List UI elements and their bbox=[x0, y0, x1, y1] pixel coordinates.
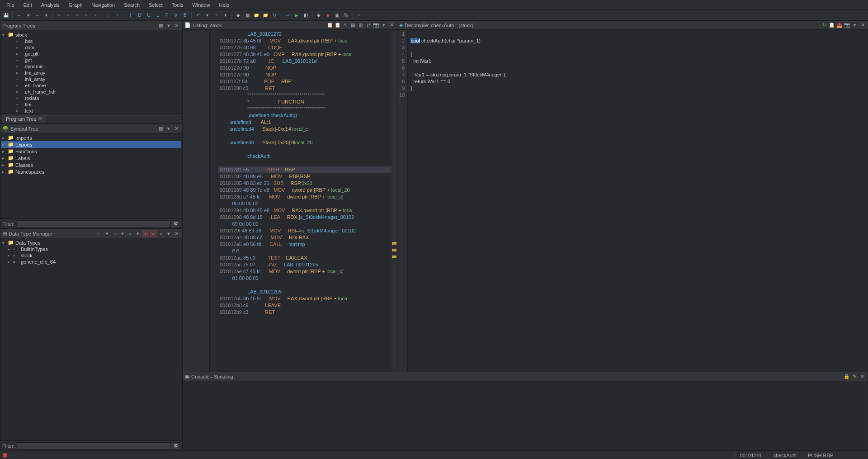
l-icon[interactable]: L bbox=[154, 11, 162, 19]
diff-icon[interactable]: ⇄ bbox=[365, 22, 372, 29]
f-icon[interactable]: F bbox=[163, 11, 171, 19]
section-item[interactable]: ▫.got.plt bbox=[1, 51, 181, 57]
panel-close-icon[interactable]: ✕ bbox=[859, 22, 866, 29]
asm-line[interactable]: 001012b8 c9 LEAVE bbox=[218, 302, 397, 309]
datatype-item[interactable]: ▸▫BuiltInTypes bbox=[1, 246, 181, 252]
symbol-tree-item[interactable]: ▸📁Exports bbox=[1, 141, 181, 148]
asm-line[interactable]: 001012b5 8b 45 fc MOV EAX,dword ptr [RBP… bbox=[218, 295, 397, 302]
dtm-icon-3[interactable]: ▫ bbox=[150, 230, 157, 237]
decompile-body[interactable]: 12345678910 bool checkAuth(char *param_1… bbox=[397, 30, 868, 372]
asm-line[interactable]: 00101277 48 3b 45 e0 CMP RAX,qword ptr [… bbox=[218, 51, 397, 58]
dropdown-icon[interactable]: ▾ bbox=[851, 22, 859, 29]
asm-line[interactable]: undefined AL:1 bbox=[218, 119, 397, 126]
section-item[interactable]: ▫.fini_array bbox=[1, 70, 181, 76]
nav-fwd-icon[interactable]: → bbox=[111, 230, 118, 237]
asm-line[interactable]: * FUNCTION bbox=[218, 99, 397, 105]
asm-line[interactable]: 001012aa 85 c0 TEST EAX,EAX bbox=[218, 255, 397, 261]
nav-back-dropdown-icon[interactable]: ▾ bbox=[24, 11, 32, 19]
overview-ruler[interactable] bbox=[392, 30, 397, 372]
tb-icon-13[interactable]: ○ bbox=[355, 11, 363, 19]
menu-help[interactable]: Help bbox=[214, 1, 234, 9]
section-item[interactable]: ▫.bss bbox=[1, 38, 181, 44]
asm-line[interactable]: **************************************** bbox=[218, 92, 397, 99]
run-icon[interactable]: ▶ bbox=[292, 11, 301, 19]
section-item[interactable]: ▫.got bbox=[1, 57, 181, 63]
dtm-body[interactable]: ▾📁Data Types ▸▫BuiltInTypes▸▫stock▸▫gene… bbox=[0, 238, 182, 440]
asm-line[interactable]: 00 00 00 00 bbox=[218, 200, 397, 207]
cursor-icon[interactable]: ↖ bbox=[342, 22, 349, 29]
symbol-tree-item[interactable]: ▸📁Imports bbox=[1, 134, 181, 141]
asm-line[interactable]: 001012a2 48 89 c7 MOV RDI,RAX bbox=[218, 234, 397, 241]
datatype-item[interactable]: ▸▫generic_clib_64 bbox=[1, 259, 181, 265]
debug-in-icon[interactable]: ⇥ bbox=[283, 11, 292, 19]
paste-icon[interactable]: 📋 bbox=[334, 22, 341, 29]
tb-icon-1[interactable]: ▫ bbox=[55, 11, 63, 19]
section-item[interactable]: ▫.eh_frame_hdr bbox=[1, 89, 181, 95]
section-item[interactable]: ▫.rodata bbox=[1, 95, 181, 101]
clear-icon[interactable]: ✎ bbox=[851, 373, 858, 380]
asm-line[interactable]: 00101294 48 8b 45 e8 MOV RAX,qword ptr [… bbox=[218, 207, 397, 214]
menu-search[interactable]: Search bbox=[119, 1, 144, 9]
asm-line[interactable]: 00101285 48 83 ec 20 SUB RSP,0x20 bbox=[218, 180, 397, 187]
asm-line[interactable]: 001012b9 c3 RET bbox=[218, 309, 397, 316]
asm-line[interactable]: **************************************** bbox=[218, 105, 397, 112]
symbol-tree-body[interactable]: ▸📁Imports▸📁Exports▸📁Functions▸📁Labels▸📁C… bbox=[0, 133, 182, 218]
refresh-icon[interactable]: ↻ bbox=[270, 11, 278, 19]
asm-line[interactable]: 00101280 c3 RET bbox=[218, 85, 397, 92]
arrow-down-red-icon[interactable]: ↓ bbox=[104, 11, 113, 19]
copy-icon[interactable]: 📋 bbox=[326, 22, 334, 29]
tb-icon-12[interactable]: 品 bbox=[342, 11, 350, 19]
redo-icon[interactable]: ↷ bbox=[212, 11, 220, 19]
tab-close-icon[interactable]: ✕ bbox=[38, 116, 42, 122]
program-tree-body[interactable]: ▾📁stock ▫.bss▫.data▫.got.plt▫.got▫.dynam… bbox=[0, 30, 182, 114]
b-icon[interactable]: B bbox=[181, 11, 189, 19]
asm-line[interactable]: LAB_001012b5 bbox=[218, 289, 397, 295]
asm-line[interactable]: ff ff bbox=[218, 248, 397, 255]
panel-close-icon[interactable]: ✕ bbox=[173, 125, 180, 132]
d-icon[interactable]: D bbox=[136, 11, 144, 19]
dtm-icon-1[interactable]: ▫ bbox=[127, 230, 134, 237]
copy-icon[interactable]: 📋 bbox=[828, 22, 835, 29]
dtm-icon-4[interactable]: ▫ bbox=[157, 230, 165, 237]
listing-body[interactable]: LAB_0010127200101272 8b 45 f8 MOV EAX,dw… bbox=[183, 30, 397, 372]
asm-line[interactable]: 69 0d 00 00 bbox=[218, 221, 397, 227]
symbol-tree-item[interactable]: ▸📁Classes bbox=[1, 161, 181, 168]
tb-icon-4[interactable]: ▫ bbox=[82, 11, 90, 19]
panel-menu-icon[interactable]: ▾ bbox=[165, 22, 172, 29]
symbol-tree-item[interactable]: ▸📁Namespaces bbox=[1, 168, 181, 175]
menu-navigation[interactable]: Navigation bbox=[87, 1, 119, 9]
snapshot-icon[interactable]: 📷 bbox=[844, 22, 851, 29]
lock-icon[interactable]: 🔒 bbox=[843, 373, 850, 380]
tb-icon-11[interactable]: ▣ bbox=[333, 11, 341, 19]
tb-icon-3[interactable]: ▫ bbox=[73, 11, 81, 19]
panel-menu-icon[interactable]: ▾ bbox=[165, 125, 172, 132]
asm-line[interactable]: 01 00 00 00 bbox=[218, 275, 397, 282]
console-body[interactable] bbox=[183, 381, 868, 450]
section-item[interactable]: ▫.fini bbox=[1, 101, 181, 108]
refresh-icon[interactable]: ↻ bbox=[821, 22, 828, 29]
asm-line[interactable]: 001012a5 e8 56 fd CALL ::strcmp bbox=[218, 241, 397, 248]
redo-dropdown-icon[interactable]: ▾ bbox=[221, 11, 229, 19]
menu-file[interactable]: File bbox=[2, 1, 19, 9]
dropdown-icon[interactable]: ▾ bbox=[380, 22, 387, 29]
asm-line[interactable] bbox=[218, 132, 397, 139]
tree-root[interactable]: ▾📁stock bbox=[1, 31, 181, 38]
panel-menu-icon[interactable]: ▾ bbox=[165, 230, 172, 237]
nav-fwd-dropdown-icon[interactable]: ▾ bbox=[42, 11, 50, 19]
filter-config-icon[interactable]: ⚙ bbox=[172, 442, 180, 450]
symbol-filter-input[interactable] bbox=[17, 220, 171, 227]
section-item[interactable]: ▫.data bbox=[1, 44, 181, 51]
panel-new-icon[interactable]: ▦ bbox=[157, 125, 165, 132]
symbol-tree-item[interactable]: ▸📁Labels bbox=[1, 155, 181, 161]
asm-line[interactable] bbox=[218, 282, 397, 289]
panel-close-icon[interactable]: ✕ bbox=[859, 373, 866, 380]
dtm-root[interactable]: ▾📁Data Types bbox=[1, 239, 181, 246]
menu-tools[interactable]: Tools bbox=[167, 1, 188, 9]
asm-line[interactable]: undefined checkAuth() bbox=[218, 112, 397, 119]
datatype-item[interactable]: ▸▫stock bbox=[1, 252, 181, 259]
nav-back-icon[interactable]: ← bbox=[15, 11, 23, 19]
nav-back-icon[interactable]: ← bbox=[96, 230, 103, 237]
stop-icon[interactable]: ■ bbox=[324, 11, 332, 19]
menu-window[interactable]: Window bbox=[188, 1, 214, 9]
asm-line[interactable]: 0010129f 48 89 d6 MOV RSI=>s_St0ckM4nage… bbox=[218, 227, 397, 234]
